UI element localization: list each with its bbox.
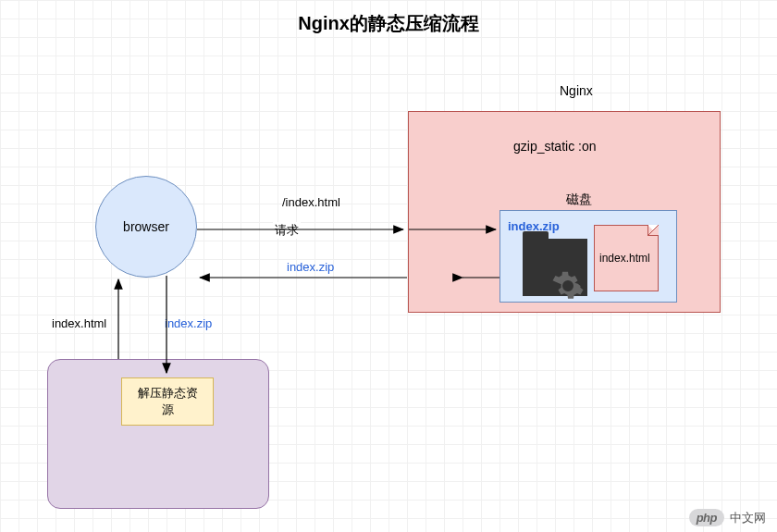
from-decompress-label: index.html: [52, 316, 106, 330]
html-file-label: index.html: [599, 252, 650, 265]
browser-node: browser: [95, 176, 197, 278]
decompress-box: 解压静态资 源: [121, 377, 214, 426]
zip-file-label: index.zip: [508, 219, 560, 233]
watermark-badge: php: [689, 509, 724, 526]
decompress-label: 解压静态资 源: [138, 385, 198, 418]
file-fold-inner: [648, 225, 659, 236]
watermark: php 中文网: [689, 509, 766, 526]
request-path-label: /index.html: [282, 195, 340, 209]
disk-label: 磁盘: [566, 192, 592, 208]
nginx-label: Nginx: [560, 83, 593, 98]
request-cn-label: 请求: [273, 222, 301, 239]
diagram-title: Nginx的静态压缩流程: [0, 11, 777, 36]
to-decompress-label: index.zip: [165, 316, 212, 330]
browser-label: browser: [123, 219, 169, 234]
gear-icon: [551, 269, 585, 303]
response-label: index.zip: [287, 260, 334, 274]
gzip-config-label: gzip_static :on: [513, 139, 597, 154]
watermark-text: 中文网: [730, 510, 766, 526]
